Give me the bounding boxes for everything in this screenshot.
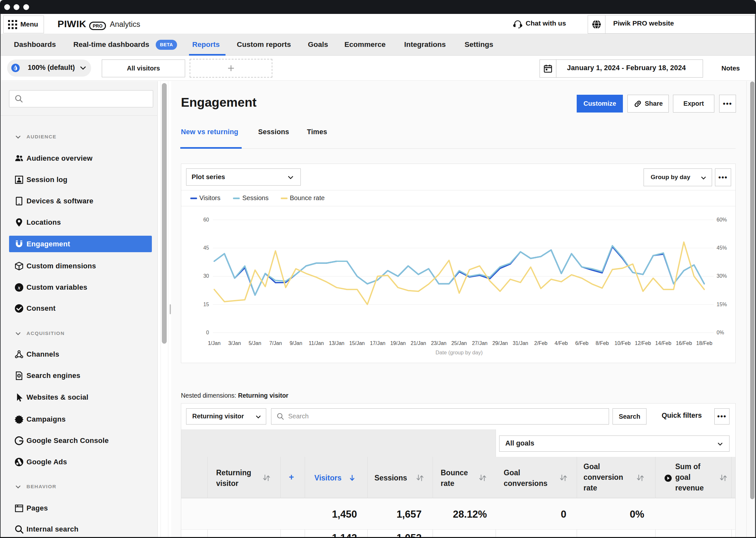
svg-text:15%: 15% [717,302,727,307]
svg-text:7/Jan: 7/Jan [269,341,282,346]
svg-text:12/Feb: 12/Feb [635,341,651,346]
svg-text:Date (group by day): Date (group by day) [436,350,483,355]
svg-text:13/Jan: 13/Jan [329,341,344,346]
svg-text:0%: 0% [717,330,724,335]
svg-text:11/Jan: 11/Jan [309,341,324,346]
svg-text:8/Feb: 8/Feb [596,341,609,346]
svg-text:30: 30 [203,273,209,279]
svg-text:1/Jan: 1/Jan [208,341,220,346]
svg-text:23/Jan: 23/Jan [431,341,447,346]
svg-text:45: 45 [203,245,209,250]
svg-text:60: 60 [203,217,209,222]
svg-text:5/Jan: 5/Jan [249,341,261,346]
svg-text:21/Jan: 21/Jan [411,341,426,346]
svg-text:30%: 30% [717,273,727,279]
svg-text:x: x [18,285,20,291]
svg-text:45%: 45% [717,245,727,250]
svg-text:27/Jan: 27/Jan [472,341,488,346]
svg-text:15/Jan: 15/Jan [349,341,365,346]
svg-text:17/Jan: 17/Jan [370,341,385,346]
svg-text:2/Feb: 2/Feb [534,341,547,346]
svg-text:29/Jan: 29/Jan [493,341,508,346]
svg-text:16/Feb: 16/Feb [676,341,692,346]
svg-text:60%: 60% [717,217,727,222]
svg-text:31/Jan: 31/Jan [513,341,528,346]
svg-text:6/Feb: 6/Feb [575,341,589,346]
svg-text:9/Jan: 9/Jan [290,341,302,346]
svg-text:0: 0 [206,330,209,335]
svg-text:25/Jan: 25/Jan [451,341,467,346]
svg-text:18/Feb: 18/Feb [696,341,712,346]
svg-text:19/Jan: 19/Jan [390,341,406,346]
svg-text:15: 15 [203,302,209,307]
svg-text:14/Feb: 14/Feb [655,341,671,346]
svg-text:10/Feb: 10/Feb [614,341,631,346]
svg-text:3/Jan: 3/Jan [228,341,241,346]
svg-text:4/Feb: 4/Feb [555,341,568,346]
